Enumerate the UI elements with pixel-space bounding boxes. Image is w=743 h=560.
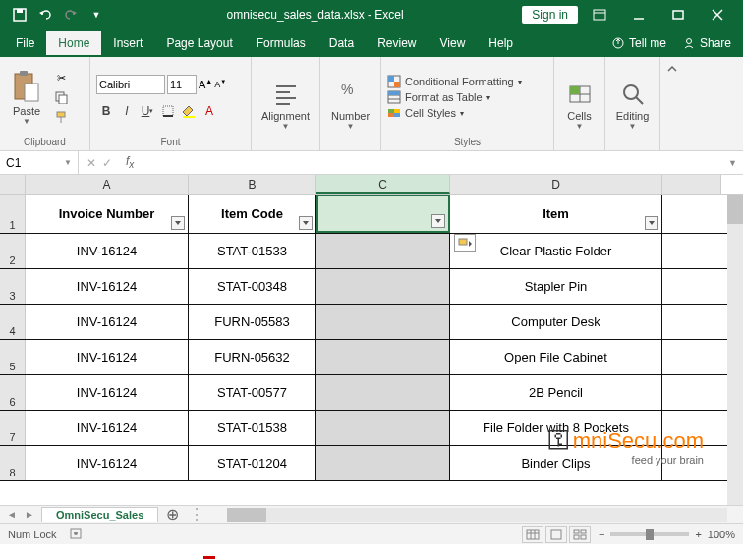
tab-formulas[interactable]: Formulas xyxy=(245,31,317,55)
filter-icon[interactable] xyxy=(645,216,658,230)
row-header[interactable]: 4 xyxy=(0,305,26,339)
row-header[interactable]: 3 xyxy=(0,269,26,304)
cell[interactable]: Stapler Pin xyxy=(450,269,662,304)
new-sheet-icon[interactable]: ⊕ xyxy=(162,507,182,523)
cut-icon[interactable]: ✂ xyxy=(51,69,71,86)
row-header[interactable]: 8 xyxy=(0,446,26,480)
format-as-table-button[interactable]: Format as Table▾ xyxy=(387,90,522,104)
ribbon-display-icon[interactable] xyxy=(582,0,617,29)
cell[interactable]: INV-16124 xyxy=(26,340,189,374)
tab-help[interactable]: Help xyxy=(477,31,525,55)
column-header-e[interactable] xyxy=(662,175,721,194)
column-header-c[interactable]: C xyxy=(316,175,450,194)
sheet-nav-prev-icon[interactable]: ◄ xyxy=(4,507,20,523)
cell[interactable]: INV-16124 xyxy=(26,234,189,268)
cell[interactable]: 2B Pencil xyxy=(450,375,662,410)
macro-record-icon[interactable] xyxy=(69,527,83,542)
cell[interactable]: FURN-05632 xyxy=(189,340,316,374)
tab-data[interactable]: Data xyxy=(317,31,366,55)
cell[interactable] xyxy=(316,446,450,480)
cell[interactable]: INV-16124 xyxy=(26,269,189,304)
number-button[interactable]: %Number▼ xyxy=(326,75,374,131)
column-header-b[interactable]: B xyxy=(189,175,316,194)
sheet-tab[interactable]: OmniSecu_Sales xyxy=(41,507,158,522)
cell[interactable]: INV-16124 xyxy=(26,305,189,339)
header-cell[interactable]: Item Code xyxy=(189,195,316,233)
font-size-input[interactable] xyxy=(167,75,197,94)
cell[interactable]: Open File Cabinet xyxy=(450,340,662,374)
collapse-ribbon-icon[interactable] xyxy=(660,57,684,149)
cell[interactable] xyxy=(316,234,450,268)
select-all-corner[interactable] xyxy=(0,175,26,194)
zoom-in-icon[interactable]: + xyxy=(695,529,701,540)
cell[interactable] xyxy=(316,411,450,445)
tab-home[interactable]: Home xyxy=(46,31,101,55)
tab-view[interactable]: View xyxy=(429,31,478,55)
zoom-slider[interactable] xyxy=(610,532,689,536)
cell[interactable]: STAT-00577 xyxy=(189,375,316,410)
row-header[interactable]: 5 xyxy=(0,340,26,374)
filter-icon[interactable] xyxy=(171,216,185,230)
cell[interactable] xyxy=(316,340,450,374)
expand-formula-bar-icon[interactable]: ▼ xyxy=(722,158,743,168)
cell-styles-button[interactable]: Cell Styles▾ xyxy=(387,106,522,120)
redo-icon[interactable] xyxy=(59,4,83,26)
worksheet-grid[interactable]: A B C D 1 Invoice Number Item Code Item … xyxy=(0,175,743,505)
cell[interactable]: File Folder with 8 Pockets xyxy=(450,411,662,445)
tab-insert[interactable]: Insert xyxy=(101,31,154,55)
cell[interactable]: INV-16124 xyxy=(26,375,189,410)
tab-file[interactable]: File xyxy=(4,31,46,55)
row-header[interactable]: 6 xyxy=(0,375,26,410)
vertical-scrollbar[interactable] xyxy=(727,195,743,505)
zoom-level[interactable]: 100% xyxy=(708,529,735,540)
bold-button[interactable]: B xyxy=(96,101,116,121)
header-cell[interactable]: Invoice Number xyxy=(26,195,189,233)
zoom-out-icon[interactable]: − xyxy=(599,529,604,540)
formula-input[interactable] xyxy=(140,151,722,174)
cell[interactable]: STAT-00348 xyxy=(189,269,316,304)
font-name-input[interactable] xyxy=(96,75,165,94)
undo-icon[interactable] xyxy=(33,4,57,26)
cell[interactable]: Binder Clips xyxy=(450,446,662,480)
border-icon[interactable] xyxy=(158,101,178,121)
save-icon[interactable] xyxy=(8,4,31,26)
page-break-view-icon[interactable] xyxy=(569,526,591,543)
row-header[interactable]: 2 xyxy=(0,234,26,268)
qat-customize-icon[interactable]: ▼ xyxy=(85,4,108,26)
cell[interactable]: Computer Desk xyxy=(450,305,662,339)
share-button[interactable]: Share xyxy=(674,36,739,50)
close-icon[interactable] xyxy=(700,0,735,29)
cell[interactable] xyxy=(316,269,450,304)
row-header[interactable]: 7 xyxy=(0,411,26,445)
header-cell-selected[interactable] xyxy=(316,195,450,233)
cell[interactable]: STAT-01204 xyxy=(189,446,316,480)
cell[interactable]: Clear Plastic Folder xyxy=(450,234,662,268)
cell[interactable]: STAT-01533 xyxy=(189,234,316,268)
cell[interactable]: INV-16124 xyxy=(26,446,189,480)
horizontal-scrollbar[interactable] xyxy=(227,508,727,522)
decrease-font-icon[interactable]: A▼ xyxy=(214,79,226,89)
cell[interactable] xyxy=(316,305,450,339)
minimize-icon[interactable] xyxy=(621,0,657,29)
maximize-icon[interactable] xyxy=(660,0,696,29)
cell[interactable]: INV-16124 xyxy=(26,411,189,445)
alignment-button[interactable]: Alignment▼ xyxy=(257,75,314,131)
increase-font-icon[interactable]: A▲ xyxy=(199,78,212,90)
filter-icon[interactable] xyxy=(299,216,313,230)
tab-review[interactable]: Review xyxy=(366,31,428,55)
cells-button[interactable]: Cells▼ xyxy=(560,75,599,131)
conditional-formatting-button[interactable]: Conditional Formatting▾ xyxy=(387,75,522,88)
filter-icon[interactable] xyxy=(431,214,445,228)
copy-icon[interactable] xyxy=(51,88,71,106)
font-color-icon[interactable]: A xyxy=(200,101,219,121)
format-painter-icon[interactable] xyxy=(51,108,71,126)
editing-button[interactable]: Editing▼ xyxy=(611,75,654,131)
underline-button[interactable]: U▾ xyxy=(138,101,157,121)
column-header-d[interactable]: D xyxy=(450,175,662,194)
sheet-nav-next-icon[interactable]: ► xyxy=(22,507,37,523)
tellme-button[interactable]: Tell me xyxy=(603,36,674,50)
fill-color-icon[interactable] xyxy=(179,101,199,121)
insert-options-icon[interactable] xyxy=(454,234,476,252)
header-cell[interactable]: Item xyxy=(450,195,662,233)
signin-button[interactable]: Sign in xyxy=(522,6,578,24)
